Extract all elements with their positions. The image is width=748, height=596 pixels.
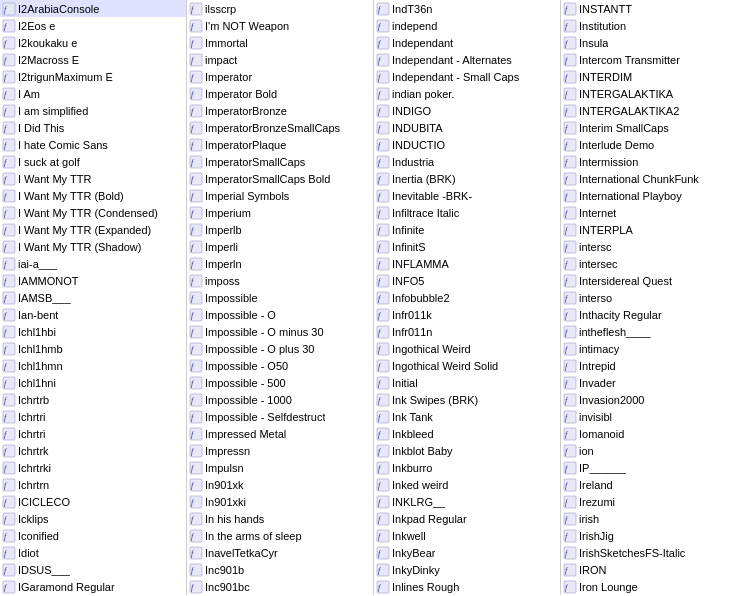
list-item[interactable]: f Inked weird — [374, 476, 560, 493]
list-item[interactable]: f IndT36n — [374, 0, 560, 17]
list-item[interactable]: f Inc901b — [187, 561, 373, 578]
list-item[interactable]: f Impossible - O minus 30 — [187, 323, 373, 340]
list-item[interactable]: f Immortal — [187, 34, 373, 51]
list-item[interactable]: f Intrepid — [561, 357, 748, 374]
list-item[interactable]: f Iron Lounge — [561, 578, 748, 595]
list-item[interactable]: f IDSUS___ — [0, 561, 186, 578]
list-item[interactable]: f INTERDIM — [561, 68, 748, 85]
list-item[interactable]: f ICICLECO — [0, 493, 186, 510]
list-item[interactable]: f Idiot — [0, 544, 186, 561]
list-item[interactable]: f Ichl1hni — [0, 374, 186, 391]
list-item[interactable]: f I'm NOT Weapon — [187, 17, 373, 34]
list-item[interactable]: f Imperium — [187, 204, 373, 221]
list-item[interactable]: f ImperatorBronzeSmallCaps — [187, 119, 373, 136]
list-item[interactable]: f Iomanoid — [561, 425, 748, 442]
list-item[interactable]: f imposs — [187, 272, 373, 289]
list-item[interactable]: f Infiltrace Italic — [374, 204, 560, 221]
list-item[interactable]: f Imperator — [187, 68, 373, 85]
list-item[interactable]: f Ichl1hmb — [0, 340, 186, 357]
list-item[interactable]: f Impossible - 1000 — [187, 391, 373, 408]
list-item[interactable]: f intersec — [561, 255, 748, 272]
list-item[interactable]: f Imperator Bold — [187, 85, 373, 102]
list-item[interactable]: f Ichrtrk — [0, 442, 186, 459]
list-item[interactable]: f Ichl1hmn — [0, 357, 186, 374]
list-item[interactable]: f Impossible - Selfdestruct — [187, 408, 373, 425]
list-item[interactable]: f Infr011n — [374, 323, 560, 340]
list-item[interactable]: f Ichrtri — [0, 425, 186, 442]
list-item[interactable]: f I hate Comic Sans — [0, 136, 186, 153]
list-item[interactable]: f Independant - Alternates — [374, 51, 560, 68]
list-item[interactable]: f International ChunkFunk — [561, 170, 748, 187]
list-item[interactable]: f ImperatorPlaque — [187, 136, 373, 153]
list-item[interactable]: f Inkblot Baby — [374, 442, 560, 459]
list-item[interactable]: f ImperatorSmallCaps — [187, 153, 373, 170]
list-item[interactable]: f Initial — [374, 374, 560, 391]
list-item[interactable]: f IAMMONOT — [0, 272, 186, 289]
list-item[interactable]: f INTERPLA — [561, 221, 748, 238]
list-item[interactable]: f Ingothical Weird Solid — [374, 357, 560, 374]
list-item[interactable]: f Imperln — [187, 255, 373, 272]
list-item[interactable]: f INTERGALAKTIKA2 — [561, 102, 748, 119]
list-item[interactable]: f I Did This — [0, 119, 186, 136]
list-item[interactable]: f I Want My TTR — [0, 170, 186, 187]
list-item[interactable]: f IAMSB___ — [0, 289, 186, 306]
list-item[interactable]: f I Want My TTR (Shadow) — [0, 238, 186, 255]
list-item[interactable]: f Ichrtrb — [0, 391, 186, 408]
list-item[interactable]: f Insula — [561, 34, 748, 51]
list-item[interactable]: f In901xki — [187, 493, 373, 510]
list-item[interactable]: f IrishSketchesFS-Italic — [561, 544, 748, 561]
list-item[interactable]: f In his hands — [187, 510, 373, 527]
list-item[interactable]: f Intermission — [561, 153, 748, 170]
list-item[interactable]: f INDUBITA — [374, 119, 560, 136]
list-item[interactable]: f Interim SmallCaps — [561, 119, 748, 136]
list-item[interactable]: f Impressed Metal — [187, 425, 373, 442]
list-item[interactable]: f Intersidereal Quest — [561, 272, 748, 289]
list-item[interactable]: f ImperatorBronze — [187, 102, 373, 119]
list-item[interactable]: f Inkpad Regular — [374, 510, 560, 527]
list-item[interactable]: f Inthacity Regular — [561, 306, 748, 323]
list-item[interactable]: f I Want My TTR (Condensed) — [0, 204, 186, 221]
list-item[interactable]: f Impressn — [187, 442, 373, 459]
list-item[interactable]: f In901xk — [187, 476, 373, 493]
list-item[interactable]: f Infobubble2 — [374, 289, 560, 306]
list-item[interactable]: f Impossible - O plus 30 — [187, 340, 373, 357]
list-item[interactable]: f Inevitable -BRK- — [374, 187, 560, 204]
list-item[interactable]: f intimacy — [561, 340, 748, 357]
list-item[interactable]: f Iconified — [0, 527, 186, 544]
list-item[interactable]: f ilsscrp — [187, 0, 373, 17]
list-item[interactable]: f Ink Swipes (BRK) — [374, 391, 560, 408]
list-item[interactable]: f Inkwell — [374, 527, 560, 544]
list-item[interactable]: f INSTANTT — [561, 0, 748, 17]
list-item[interactable]: f I2koukaku e — [0, 34, 186, 51]
list-item[interactable]: f I Want My TTR (Bold) — [0, 187, 186, 204]
list-item[interactable]: f INDUCTIO — [374, 136, 560, 153]
list-item[interactable]: f Impossible - O — [187, 306, 373, 323]
list-item[interactable]: f Imperli — [187, 238, 373, 255]
list-item[interactable]: f Irezumi — [561, 493, 748, 510]
list-item[interactable]: f ion — [561, 442, 748, 459]
list-item[interactable]: f IRON — [561, 561, 748, 578]
list-item[interactable]: f Ichl1hbi — [0, 323, 186, 340]
list-item[interactable]: f I am simplified — [0, 102, 186, 119]
list-item[interactable]: f Ian-bent — [0, 306, 186, 323]
list-item[interactable]: f iai-a___ — [0, 255, 186, 272]
list-item[interactable]: f Ichrtrn — [0, 476, 186, 493]
list-item[interactable]: f I suck at golf — [0, 153, 186, 170]
list-item[interactable]: f INKLRG__ — [374, 493, 560, 510]
list-item[interactable]: f Industria — [374, 153, 560, 170]
list-item[interactable]: f I2trigunMaximum E — [0, 68, 186, 85]
list-item[interactable]: f Imperlb — [187, 221, 373, 238]
list-item[interactable]: f Ingothical Weird — [374, 340, 560, 357]
list-item[interactable]: f InkyDinky — [374, 561, 560, 578]
list-item[interactable]: f IGaramond Regular — [0, 578, 186, 595]
list-item[interactable]: f Icklips — [0, 510, 186, 527]
list-item[interactable]: f Ireland — [561, 476, 748, 493]
list-item[interactable]: f ImperatorSmallCaps Bold — [187, 170, 373, 187]
list-item[interactable]: f Infr011k — [374, 306, 560, 323]
list-item[interactable]: f Interlude Demo — [561, 136, 748, 153]
list-item[interactable]: f intersc — [561, 238, 748, 255]
list-item[interactable]: f Impulsn — [187, 459, 373, 476]
list-item[interactable]: f Inertia (BRK) — [374, 170, 560, 187]
list-item[interactable]: f independ — [374, 17, 560, 34]
list-item[interactable]: f INFO5 — [374, 272, 560, 289]
